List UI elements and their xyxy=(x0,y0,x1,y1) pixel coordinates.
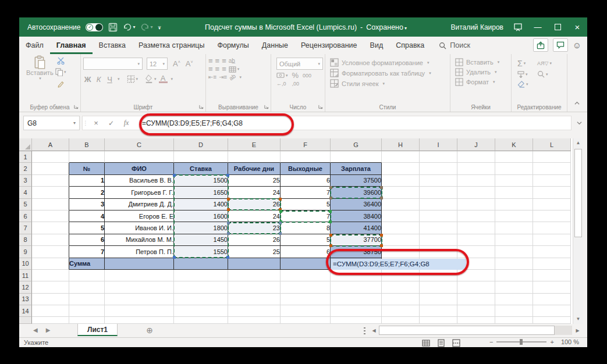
clipboard-dialog-launcher-icon[interactable] xyxy=(74,105,79,109)
cell-D1[interactable] xyxy=(174,151,228,163)
cell-C13[interactable] xyxy=(105,294,174,305)
italic-button[interactable]: К xyxy=(94,75,103,84)
cell-L13[interactable] xyxy=(533,294,571,305)
cell-E5[interactable]: 26 xyxy=(228,199,281,210)
cell-E9[interactable]: 25 xyxy=(228,246,281,258)
cell-B12[interactable] xyxy=(69,281,105,293)
name-box[interactable]: G8 ▾ xyxy=(23,116,80,130)
cell-K12[interactable] xyxy=(495,281,533,293)
new-sheet-button[interactable]: ⊕ xyxy=(144,325,155,336)
cell-D2[interactable]: Ставка xyxy=(174,163,228,174)
cell-H1[interactable] xyxy=(382,151,420,163)
horizontal-scrollbar[interactable]: ◀ ▶ xyxy=(370,326,582,336)
share-button[interactable] xyxy=(533,38,548,52)
vertical-scrollbar-thumb[interactable] xyxy=(574,149,582,237)
cell-F6[interactable]: 7 xyxy=(281,210,331,222)
cell-D12[interactable] xyxy=(174,281,228,293)
cell-D13[interactable] xyxy=(174,294,228,305)
cell-J4[interactable] xyxy=(457,187,495,198)
next-sheet-icon[interactable]: ▶ xyxy=(46,327,59,333)
cell-K11[interactable] xyxy=(495,270,533,281)
cell-D10[interactable] xyxy=(174,258,228,270)
zoom-slider[interactable] xyxy=(496,341,546,342)
cell-F12[interactable] xyxy=(281,281,331,293)
cell-G1[interactable] xyxy=(331,151,382,163)
tab-page-layout[interactable]: Разметка страницы xyxy=(132,41,211,54)
alignment-dialog-launcher-icon[interactable] xyxy=(264,105,269,109)
cell-K5[interactable] xyxy=(495,199,533,210)
expand-formula-bar-icon[interactable] xyxy=(573,117,585,129)
cell-F2[interactable]: Выходные xyxy=(281,163,331,174)
decrease-indent-icon[interactable]: ⇤≡ xyxy=(208,74,216,81)
cell-L2[interactable] xyxy=(533,163,571,174)
col-header-F[interactable]: F xyxy=(281,138,331,151)
cell-I5[interactable] xyxy=(420,199,457,210)
cell-I4[interactable] xyxy=(420,187,457,198)
feedback-smiley-icon[interactable]: ☺ xyxy=(573,40,581,50)
cut-button[interactable] xyxy=(55,56,66,65)
row-header-9[interactable]: 9 xyxy=(19,246,32,258)
cell-J3[interactable] xyxy=(457,175,495,187)
cell-C1[interactable] xyxy=(105,151,174,163)
increase-indent-icon[interactable]: ⇥≡ xyxy=(219,74,227,81)
tab-review[interactable]: Рецензирование xyxy=(294,41,364,54)
cell-E12[interactable] xyxy=(228,281,281,293)
cell-F10[interactable] xyxy=(281,258,331,270)
cell-F15[interactable] xyxy=(281,317,331,324)
cell-C14[interactable] xyxy=(105,305,174,317)
cell-H11[interactable] xyxy=(382,270,420,281)
cell-A15[interactable] xyxy=(32,317,69,324)
cell-I15[interactable] xyxy=(420,317,457,324)
cell-G15[interactable] xyxy=(331,317,382,324)
cell-L14[interactable] xyxy=(533,305,571,317)
cell-J6[interactable] xyxy=(457,210,495,222)
worksheet-grid[interactable]: ABCDEFGHIJKL12№ФИОСтавкаРабочие дниВыход… xyxy=(19,138,573,324)
cell-K2[interactable] xyxy=(495,163,533,174)
cell-J14[interactable] xyxy=(457,305,495,317)
cell-G12[interactable] xyxy=(331,281,382,293)
cell-I2[interactable] xyxy=(420,163,457,174)
cell-A4[interactable] xyxy=(32,187,69,198)
cell-G6[interactable]: 38400 xyxy=(331,210,382,222)
comments-button[interactable] xyxy=(553,38,568,52)
row-header-8[interactable]: 8 xyxy=(19,234,32,246)
formula-bar-input[interactable]: =СУММ(D3:D9;E5;E7;F6;G4;G8 xyxy=(134,119,243,127)
undo-icon[interactable]: ▾ xyxy=(123,23,135,31)
row-header-6[interactable]: 6 xyxy=(19,210,32,222)
cell-B13[interactable] xyxy=(69,294,105,305)
cell-D5[interactable]: 1400 xyxy=(174,199,228,210)
cell-K7[interactable] xyxy=(495,222,533,234)
cell-D9[interactable]: 1550 xyxy=(174,246,228,258)
col-header-K[interactable]: K xyxy=(495,138,533,151)
cell-styles-button[interactable]: Стили ячеек▾ xyxy=(330,79,450,88)
cell-H7[interactable] xyxy=(382,222,420,234)
cell-B4[interactable]: 2 xyxy=(69,187,105,198)
cell-C7[interactable]: Иванов И. И. xyxy=(105,222,174,234)
autosum-button[interactable]: Σ▾ xyxy=(517,59,537,68)
cell-C5[interactable]: Дмитриев Д. Д. xyxy=(105,199,174,210)
bold-button[interactable]: Ж xyxy=(83,75,92,84)
cell-A10[interactable] xyxy=(32,258,69,270)
cell-E1[interactable] xyxy=(228,151,281,163)
customize-qat-icon[interactable]: –▾ xyxy=(158,25,161,30)
sheet-scroll-splitter[interactable] xyxy=(364,327,365,334)
cell-B14[interactable] xyxy=(69,305,105,317)
cell-C4[interactable]: Григорьев Г. Г. xyxy=(105,187,174,198)
cell-E10[interactable] xyxy=(228,258,281,270)
wrap-text-icon[interactable]: ab̲ xyxy=(229,58,235,65)
cell-A6[interactable] xyxy=(32,210,69,222)
align-top-icon[interactable]: ≡ xyxy=(208,58,213,65)
cell-K1[interactable] xyxy=(495,151,533,163)
cell-J9[interactable] xyxy=(457,246,495,258)
cell-A8[interactable] xyxy=(32,234,69,246)
cell-E15[interactable] xyxy=(228,317,281,324)
cell-C15[interactable] xyxy=(105,317,174,324)
cell-J12[interactable] xyxy=(457,281,495,293)
cell-K10[interactable] xyxy=(495,258,533,270)
cell-I14[interactable] xyxy=(420,305,457,317)
row-header-4[interactable]: 4 xyxy=(19,187,32,198)
cell-I3[interactable] xyxy=(420,175,457,187)
align-left-icon[interactable]: ≡ xyxy=(208,66,213,73)
row-header-10[interactable]: 10 xyxy=(19,258,32,270)
cell-E3[interactable]: 25 xyxy=(228,175,281,187)
